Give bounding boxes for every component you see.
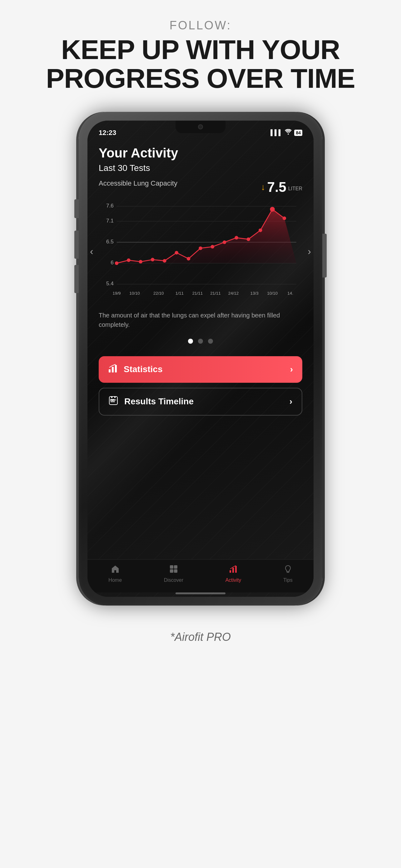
svg-rect-37 [112, 367, 114, 372]
svg-point-15 [163, 259, 166, 263]
phone-shell: 12:23 ▌▌▌ 84 Your Activity Last 3 [79, 112, 322, 606]
nav-home[interactable]: Home [108, 565, 122, 583]
svg-text:22/10: 22/10 [153, 291, 164, 296]
nav-activity-label: Activity [226, 578, 241, 583]
headline-line1: KEEP UP WITH YOUR [46, 35, 355, 64]
statistics-icon [108, 364, 118, 375]
svg-point-21 [235, 236, 238, 240]
nav-discover[interactable]: Discover [164, 565, 183, 583]
chart-value-container: ↓ 7.5 LITER [261, 179, 302, 195]
tips-icon [283, 565, 292, 576]
svg-text:5.4: 5.4 [106, 280, 114, 286]
svg-rect-49 [174, 569, 177, 573]
svg-rect-50 [230, 570, 231, 573]
nav-discover-label: Discover [164, 578, 183, 583]
chart-value-number: 7.5 [267, 179, 286, 195]
signal-icon: ▌▌▌ [270, 129, 282, 136]
activity-chart: 7.6 7.1 6.5 6 5.4 [99, 198, 302, 304]
results-btn-label: Results Timeline [124, 397, 194, 406]
bottom-navigation: Home Discover [88, 559, 313, 592]
dot-3[interactable] [208, 339, 213, 344]
svg-rect-41 [114, 396, 115, 398]
svg-text:10/10: 10/10 [267, 291, 278, 296]
svg-text:14.: 14. [287, 291, 293, 296]
svg-text:1/11: 1/11 [175, 291, 183, 296]
svg-text:10/10: 10/10 [129, 291, 140, 296]
phone-button-volume-up [74, 230, 79, 259]
statistics-button[interactable]: Statistics › [99, 356, 302, 383]
chart-header: Accessible Lung Capacity ↓ 7.5 LITER [99, 179, 302, 195]
phone-button-mute [74, 199, 79, 218]
svg-point-18 [199, 246, 202, 250]
page-dots [99, 339, 302, 344]
phone-button-volume-down [74, 265, 79, 293]
wifi-icon [285, 129, 292, 136]
nav-activity[interactable]: Activity [226, 565, 241, 583]
home-indicator [175, 592, 226, 594]
screen-content: 12:23 ▌▌▌ 84 Your Activity Last 3 [88, 121, 313, 597]
svg-point-17 [187, 257, 191, 260]
svg-point-25 [282, 217, 287, 220]
svg-point-14 [151, 258, 155, 261]
results-icon [109, 396, 118, 407]
chart-wrapper: ‹ › 7.6 7.1 6.5 [99, 198, 302, 304]
svg-rect-46 [170, 565, 173, 569]
follow-label: FOLLOW: [46, 19, 355, 32]
results-btn-left: Results Timeline [109, 396, 194, 407]
svg-text:13/3: 13/3 [250, 291, 259, 296]
chart-description: The amount of air that the lungs can exp… [99, 311, 302, 329]
headline-line2: PROGRESS OVER TIME [46, 64, 355, 93]
phone-screen: 12:23 ▌▌▌ 84 Your Activity Last 3 [88, 121, 313, 597]
svg-rect-48 [170, 569, 173, 573]
svg-point-13 [139, 260, 142, 264]
svg-text:7.6: 7.6 [106, 203, 114, 209]
svg-text:21/11: 21/11 [192, 291, 203, 296]
home-icon [111, 565, 120, 576]
svg-point-19 [211, 245, 214, 249]
results-timeline-button[interactable]: Results Timeline › [99, 388, 302, 415]
svg-point-11 [115, 261, 119, 265]
chart-label: Accessible Lung Capacity [99, 179, 177, 187]
dot-2[interactable] [198, 339, 203, 344]
svg-point-24 [270, 207, 274, 212]
svg-text:6: 6 [110, 259, 114, 266]
phone-button-power [322, 234, 327, 277]
nav-tips[interactable]: Tips [283, 565, 293, 583]
svg-text:6.5: 6.5 [106, 239, 114, 245]
svg-text:19/9: 19/9 [112, 291, 121, 296]
svg-text:21/11: 21/11 [210, 291, 221, 296]
results-chevron-icon: › [290, 397, 292, 406]
svg-rect-40 [111, 396, 112, 398]
chart-nav-right-button[interactable]: › [308, 245, 311, 257]
svg-point-12 [127, 258, 131, 262]
main-headline: KEEP UP WITH YOUR PROGRESS OVER TIME [46, 35, 355, 93]
svg-point-20 [223, 240, 226, 244]
statistics-btn-left: Statistics [108, 364, 163, 375]
svg-marker-10 [117, 209, 296, 264]
trend-arrow-icon: ↓ [261, 182, 265, 192]
svg-rect-36 [109, 369, 110, 372]
nav-home-label: Home [108, 578, 122, 583]
svg-text:24/12: 24/12 [228, 291, 239, 296]
svg-point-22 [247, 238, 250, 241]
phone-mockup: 12:23 ▌▌▌ 84 Your Activity Last 3 [79, 112, 322, 606]
discover-icon [169, 565, 178, 576]
statistics-chevron-icon: › [290, 364, 293, 374]
chart-value-unit: LITER [288, 186, 302, 191]
last-tests-label: Last 30 Tests [99, 163, 302, 173]
activity-title: Your Activity [99, 146, 302, 161]
battery-indicator: 84 [294, 130, 302, 136]
svg-text:7.1: 7.1 [106, 217, 114, 224]
svg-rect-52 [235, 566, 237, 573]
main-content: Your Activity Last 30 Tests Accessible L… [88, 140, 313, 559]
svg-rect-38 [115, 365, 117, 372]
chart-nav-left-button[interactable]: ‹ [90, 245, 93, 257]
status-time: 12:23 [99, 129, 116, 137]
svg-rect-47 [174, 565, 177, 569]
dot-1[interactable] [188, 339, 193, 344]
nav-tips-label: Tips [283, 578, 293, 583]
header-section: FOLLOW: KEEP UP WITH YOUR PROGRESS OVER … [46, 19, 355, 93]
svg-point-23 [259, 228, 262, 232]
phone-notch [175, 121, 226, 133]
status-icons: ▌▌▌ 84 [270, 129, 302, 136]
